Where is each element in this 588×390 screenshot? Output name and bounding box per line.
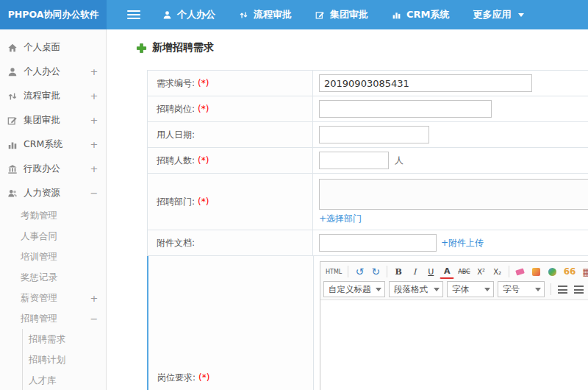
collapse-toggle[interactable]: − [90, 313, 98, 325]
edit-icon [315, 10, 325, 20]
italic-button[interactable]: I [407, 264, 422, 279]
attachment-upload-link[interactable]: +附件上传 [441, 237, 484, 249]
dept-textarea[interactable] [319, 179, 588, 210]
sidebar-hr-submenu: 考勤管理 人事合同 培训管理 奖惩记录 薪资管理 + 招聘管理 − 招聘需求 [0, 205, 106, 390]
sidebar-item-recruit-mgmt[interactable]: 招聘管理 − [0, 308, 106, 329]
flow-icon [7, 91, 18, 102]
sidebar-item-crm[interactable]: CRM系统 + [0, 132, 106, 157]
code-input[interactable] [319, 74, 532, 92]
position-input[interactable] [319, 100, 492, 118]
nav-personal-office[interactable]: 个人办公 [162, 8, 215, 21]
required-mark: (*) [198, 196, 209, 207]
sidebar-item-label: 人事合同 [21, 230, 98, 243]
toolbar-divider [509, 266, 509, 277]
sidebar-item-talent-pool[interactable]: 人才库 [23, 370, 106, 390]
nav-label: CRM系统 [406, 8, 450, 21]
sidebar-item-process-approval[interactable]: 流程审批 + [0, 84, 106, 108]
chevron-down-icon [376, 288, 381, 291]
subscript-button[interactable]: X₂ [490, 264, 505, 279]
undo-button[interactable]: ↺ [352, 264, 367, 279]
editor-content-area[interactable] [320, 300, 588, 390]
nav-process-approval[interactable]: 流程审批 [239, 8, 292, 21]
main-content: 新增招聘需求 需求编号: (*) 招聘岗位: (*) [107, 29, 588, 390]
sidebar-item-admin-office[interactable]: 行政办公 + [0, 157, 106, 181]
strikethrough-button[interactable]: ABC [456, 264, 472, 279]
format-paint-button[interactable] [529, 264, 544, 279]
label-text: 附件文档: [157, 237, 195, 249]
recruit-demand-form: 需求编号: (*) 招聘岗位: (*) 用人 [147, 70, 588, 390]
blockquote-button[interactable]: 66 [562, 264, 578, 279]
count-input[interactable] [319, 152, 389, 169]
sidebar-item-salary[interactable]: 薪资管理 + [0, 288, 106, 308]
heading-select[interactable]: 自定义标题 [323, 281, 385, 297]
attachment-input[interactable] [319, 234, 437, 252]
sidebar-item-rewards[interactable]: 奖惩记录 [0, 267, 106, 288]
sidebar-item-label: 集团审批 [24, 114, 90, 127]
sidebar-item-recruit-demand[interactable]: 招聘需求 [23, 329, 106, 350]
sidebar-item-hr[interactable]: 人力资源 − [0, 181, 106, 205]
align-center-button[interactable] [571, 282, 586, 297]
date-input[interactable] [319, 126, 429, 143]
font-select-value: 字体 [452, 284, 469, 295]
insert-table-button[interactable]: ▦ [579, 264, 588, 279]
html-source-button[interactable]: HTML [323, 264, 344, 279]
sidebar-item-label: 薪资管理 [21, 292, 90, 305]
flow-icon [239, 10, 248, 20]
expand-toggle[interactable]: + [90, 163, 98, 174]
form-row-code: 需求编号: (*) [148, 71, 588, 96]
sidebar-item-label: 人力资源 [24, 187, 90, 199]
align-left-button[interactable] [555, 282, 570, 297]
required-mark: (*) [198, 78, 209, 88]
bold-button[interactable]: B [391, 264, 406, 279]
sidebar-item-group-approval[interactable]: 集团审批 + [0, 108, 106, 132]
underline-button[interactable]: U [423, 264, 438, 279]
field-label: 招聘人数: (*) [148, 148, 313, 173]
add-icon [136, 43, 147, 54]
sidebar-item-personal-desktop[interactable]: 个人桌面 [0, 35, 106, 60]
superscript-button[interactable]: X² [474, 264, 489, 279]
font-size-select[interactable]: 字号 [498, 281, 545, 297]
font-color-button[interactable]: A [440, 264, 454, 279]
font-family-select[interactable]: 字体 [447, 281, 494, 297]
nav-group-approval[interactable]: 集团审批 [315, 8, 368, 21]
sidebar-item-contract[interactable]: 人事合同 [0, 226, 106, 247]
sidebar-item-label: 奖惩记录 [21, 272, 98, 284]
field-label: 需求编号: (*) [148, 71, 313, 96]
redo-button[interactable]: ↻ [368, 264, 383, 279]
field-label: 招聘岗位: (*) [148, 96, 313, 121]
sidebar-item-attendance[interactable]: 考勤管理 [0, 205, 106, 226]
select-dept-link[interactable]: +选择部门 [319, 213, 362, 225]
sidebar-item-label: 招聘需求 [29, 333, 98, 346]
sidebar: 个人桌面 个人办公 + 流程审批 + 集团审批 + CRM系统 + 行政办公 + [0, 29, 107, 390]
home-icon [7, 43, 18, 53]
expand-toggle[interactable]: + [90, 91, 98, 102]
count-unit: 人 [395, 155, 404, 167]
chart-icon [392, 10, 401, 20]
expand-toggle[interactable]: + [90, 139, 98, 150]
sidebar-item-personal-office[interactable]: 个人办公 + [0, 60, 106, 84]
paragraph-format-select[interactable]: 段落格式 [389, 281, 443, 297]
nav-label: 更多应用 [473, 8, 512, 21]
label-text: 招聘岗位: [157, 103, 195, 116]
sidebar-item-training[interactable]: 培训管理 [0, 247, 106, 267]
form-row-attachment: 附件文档: +附件上传 [148, 230, 588, 256]
field-label: 用人日期: [148, 122, 313, 147]
eraser-button[interactable] [513, 264, 528, 279]
size-select-value: 字号 [503, 284, 520, 295]
expand-toggle[interactable]: + [90, 66, 98, 77]
highlight-color-button[interactable] [545, 264, 560, 279]
menu-icon[interactable] [127, 10, 140, 19]
collapse-toggle[interactable]: − [90, 188, 98, 199]
nav-label: 集团审批 [330, 8, 368, 21]
sidebar-item-label: 个人办公 [24, 65, 90, 78]
palette-icon [548, 268, 556, 276]
expand-toggle[interactable]: + [90, 293, 98, 304]
chevron-down-icon [535, 288, 541, 291]
expand-toggle[interactable]: + [90, 115, 98, 126]
chevron-down-icon [518, 13, 524, 17]
nav-crm-system[interactable]: CRM系统 [392, 8, 450, 21]
nav-more-apps[interactable]: 更多应用 [473, 8, 524, 21]
form-row-position: 招聘岗位: (*) [148, 96, 588, 122]
sidebar-item-recruit-plan[interactable]: 招聘计划 [23, 350, 106, 370]
edit-icon [7, 116, 18, 126]
